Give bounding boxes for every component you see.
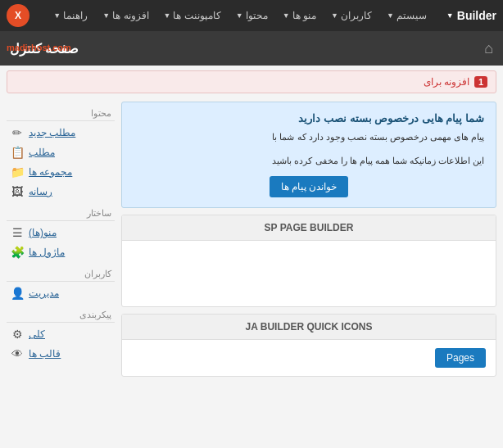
ja-builder-panel: JA BUILDER QUICK ICONS Pages [121, 314, 496, 377]
sidebar-item-label: قالب ها [29, 348, 61, 360]
sp-panel-header: SP PAGE BUILDER [122, 215, 496, 241]
user-icon: 👤 [10, 287, 25, 300]
menu-icon: ☰ [10, 226, 25, 239]
sidebar-item-label: مجموعه ها [29, 166, 72, 178]
folder-icon: 📁 [10, 165, 25, 179]
ja-panel-body: Pages [122, 340, 496, 376]
alert-text: افزونه برای [424, 76, 469, 88]
nav-item-system[interactable]: سیستم ▼ [380, 5, 433, 26]
sidebar-section-users: کاربران [7, 262, 115, 282]
main-layout: شما پیام هایی درخصوص بسته نصب دارید پیام… [0, 98, 503, 380]
alert-bar: 1 افزونه برای [7, 70, 496, 93]
madirhost-label: madirhost.com [7, 43, 71, 52]
chevron-down-icon: ▼ [387, 11, 394, 20]
chevron-down-icon: ▼ [53, 11, 61, 20]
nav-item-extensions[interactable]: افزونه ها ▼ [96, 5, 155, 26]
sidebar-section-config: پیکربندی [7, 303, 115, 323]
edit-icon: ✏ [10, 126, 25, 139]
sidebar-item-label: منو(ها) [29, 227, 57, 238]
nav-label-menus: منو ها [292, 10, 316, 21]
page-header: ⌂ صفحه کنترل [0, 31, 503, 66]
eye-icon: 👁 [10, 347, 25, 360]
sidebar-item-article[interactable]: مطلب 📋 [7, 143, 115, 162]
nav-item-help[interactable]: راهنما ▼ [47, 5, 94, 26]
sidebar-item-label: کلی [29, 328, 45, 340]
nav-item-components[interactable]: کامپوننت ها ▼ [157, 5, 228, 26]
notification-box: شما پیام هایی درخصوص بسته نصب دارید پیام… [121, 102, 496, 208]
module-icon: 🧩 [10, 246, 25, 259]
chevron-down-icon: ▼ [102, 11, 110, 20]
home-icon[interactable]: ⌂ [484, 40, 493, 57]
image-icon: 🖼 [10, 185, 25, 198]
sidebar-item-categories[interactable]: مجموعه ها 📁 [7, 162, 115, 182]
navbar-brand[interactable]: Builder ▼ [446, 9, 496, 22]
chevron-down-icon: ▼ [164, 11, 171, 20]
navbar: Builder ▼ سیستم ▼ کاربران ▼ منو ها ▼ محت… [0, 0, 503, 31]
sidebar-item-new-article[interactable]: مطلب جدید ✏ [7, 123, 115, 143]
sp-page-builder-panel: SP PAGE BUILDER [121, 215, 496, 307]
sidebar-section-structure: ساختار [7, 201, 115, 221]
sidebar-item-modules[interactable]: ماژول ها 🧩 [7, 242, 115, 262]
navbar-items: سیستم ▼ کاربران ▼ منو ها ▼ محتوا ▼ کامپو… [29, 5, 433, 26]
nav-label-system: سیستم [397, 10, 427, 21]
gear-icon: ⚙ [10, 328, 25, 341]
sp-panel-body [122, 241, 496, 306]
nav-label-extensions: افزونه ها [112, 10, 148, 21]
sidebar-item-media[interactable]: رسانه 🖼 [7, 182, 115, 201]
notification-title: شما پیام هایی درخصوص بسته نصب دارید [134, 112, 484, 124]
alert-badge: 1 [474, 76, 487, 88]
copy-icon: 📋 [10, 146, 25, 159]
sidebar-item-label: ماژول ها [29, 247, 65, 258]
nav-label-help: راهنما [63, 10, 88, 21]
chevron-down-icon: ▼ [446, 11, 454, 20]
nav-item-users[interactable]: کاربران ▼ [324, 5, 378, 26]
pages-button[interactable]: Pages [435, 348, 486, 368]
nav-item-content[interactable]: محتوا ▼ [229, 5, 274, 26]
ja-panel-header: JA BUILDER QUICK ICONS [122, 315, 496, 340]
sidebar-item-label: رسانه [29, 186, 52, 197]
sidebar: محتوا مطلب جدید ✏ مطلب 📋 مجموعه ها 📁 رسا… [7, 102, 121, 377]
content-area: شما پیام هایی درخصوص بسته نصب دارید پیام… [121, 102, 496, 377]
nav-label-users: کاربران [341, 10, 372, 21]
nav-label-components: کامپوننت ها [173, 10, 220, 21]
joomla-icon[interactable]: X [7, 4, 29, 27]
navbar-brand-label: Builder [457, 9, 496, 22]
sidebar-item-label: مطلب جدید [29, 127, 75, 138]
nav-label-content: محتوا [246, 10, 268, 21]
chevron-down-icon: ▼ [283, 11, 290, 20]
sidebar-item-label: مدیریت [29, 287, 59, 299]
chevron-down-icon: ▼ [236, 11, 243, 20]
notification-text-2: این اطلاعات زمانیکه شما همه پیام ها را م… [134, 153, 484, 169]
read-messages-button[interactable]: خواندن پیام ها [270, 176, 349, 197]
sidebar-item-menus[interactable]: منو(ها) ☰ [7, 223, 115, 242]
chevron-down-icon: ▼ [331, 11, 338, 20]
sidebar-item-management[interactable]: مدیریت 👤 [7, 283, 115, 303]
notification-text-1: پیام های مهمی درخصوص بسته نصب وجود دارد … [134, 129, 484, 145]
sidebar-item-templates[interactable]: قالب ها 👁 [7, 344, 115, 364]
nav-item-menus[interactable]: منو ها ▼ [276, 5, 323, 26]
sidebar-section-content: محتوا [7, 102, 115, 121]
sidebar-item-label: مطلب [29, 147, 55, 158]
sidebar-item-global[interactable]: کلی ⚙ [7, 324, 115, 344]
